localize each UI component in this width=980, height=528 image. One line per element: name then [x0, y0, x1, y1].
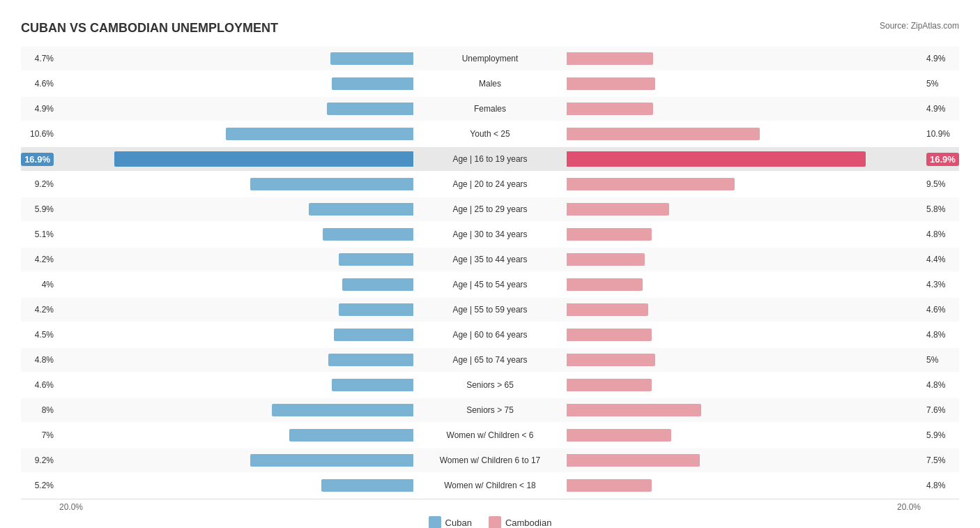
left-value: 5.2%: [21, 481, 59, 490]
chart-area: 4.7% Unemployment 4.9% 4.6%: [21, 47, 959, 497]
left-bar-area: [59, 252, 413, 267]
left-value: 4.8%: [21, 355, 59, 365]
row-label: Age | 65 to 74 years: [413, 355, 567, 365]
x-label-left: 20.0%: [59, 502, 83, 512]
chart-row: 9.2% Women w/ Children 6 to 17 7.5%: [21, 448, 959, 472]
left-bar-area: [59, 352, 413, 368]
row-label: Age | 16 to 19 years: [413, 154, 567, 164]
bar-blue: [250, 178, 413, 190]
bar-pink: [567, 404, 701, 416]
right-value: 5%: [921, 355, 959, 365]
bar-pink: [567, 354, 655, 366]
left-bar-area: [59, 51, 413, 66]
left-bar-area: [59, 151, 413, 167]
left-bar-area: [59, 202, 413, 217]
bar-center: Males: [59, 72, 921, 96]
chart-row: 7% Women w/ Children < 6 5.9%: [21, 423, 959, 447]
chart-source: Source: ZipAtlas.com: [880, 21, 959, 31]
bar-blue: [114, 151, 413, 167]
bar-blue: [332, 379, 413, 391]
bar-pink: [567, 429, 671, 442]
chart-row: 5.1% Age | 30 to 34 years 4.8%: [21, 222, 959, 246]
chart-row: 8% Seniors > 75 7.6%: [21, 398, 959, 422]
bar-center: Age | 55 to 59 years: [59, 298, 921, 322]
left-value: 4.2%: [21, 305, 59, 315]
bar-pink: [567, 228, 652, 241]
chart-row: 4.6% Males 5%: [21, 72, 959, 96]
right-bar-area: [567, 402, 921, 418]
bar-pink: [567, 379, 652, 391]
bar-blue: [321, 479, 413, 492]
bar-pink: [567, 303, 648, 316]
chart-row: 4.7% Unemployment 4.9%: [21, 47, 959, 70]
left-value: 4.2%: [21, 255, 59, 264]
right-value: 4.8%: [921, 380, 959, 390]
chart-row: 4.2% Age | 35 to 44 years 4.4%: [21, 248, 959, 271]
right-bar-area: [567, 252, 921, 267]
x-label-right: 20.0%: [897, 502, 921, 512]
bar-blue: [272, 404, 413, 416]
chart-title: CUBAN VS CAMBODIAN UNEMPLOYMENT: [21, 21, 278, 36]
right-value: 5.8%: [921, 204, 959, 214]
bar-blue: [250, 454, 413, 467]
chart-row: 5.2% Women w/ Children < 18 4.8%: [21, 474, 959, 497]
right-value: 4.8%: [921, 229, 959, 239]
left-value: 4.9%: [21, 104, 59, 114]
bar-center: Unemployment: [59, 47, 921, 70]
left-value: 7%: [21, 430, 59, 440]
chart-row: 4.9% Females 4.9%: [21, 97, 959, 121]
row-label: Females: [413, 104, 567, 114]
chart-row: 4.5% Age | 60 to 64 years 4.8%: [21, 323, 959, 347]
left-value: 9.2%: [21, 455, 59, 465]
legend-color-cambodian: [489, 516, 501, 528]
right-value: 10.9%: [921, 129, 959, 139]
bar-center: Age | 16 to 19 years: [59, 147, 921, 171]
left-bar-area: [59, 76, 413, 91]
left-bar-area: [59, 227, 413, 242]
right-bar-area: [567, 126, 921, 142]
chart-row: 4.6% Seniors > 65 4.8%: [21, 373, 959, 397]
right-bar-area: [567, 478, 921, 493]
left-value: 9.2%: [21, 179, 59, 189]
right-bar-area: [567, 227, 921, 242]
bar-center: Age | 60 to 64 years: [59, 323, 921, 347]
right-value: 16.9%: [921, 154, 959, 165]
bar-blue: [334, 329, 413, 341]
bar-center: Youth < 25: [59, 122, 921, 146]
bar-center: Women w/ Children < 18: [59, 474, 921, 497]
bar-center: Age | 25 to 29 years: [59, 197, 921, 221]
bar-blue: [289, 429, 413, 442]
right-bar-area: [567, 76, 921, 91]
chart-row: 10.6% Youth < 25 10.9%: [21, 122, 959, 146]
right-bar-area: [567, 352, 921, 368]
bar-pink: [567, 329, 652, 341]
legend-item-cuban: Cuban: [429, 516, 472, 528]
right-bar-area: [567, 377, 921, 393]
right-value: 4.8%: [921, 481, 959, 490]
bar-center: Females: [59, 97, 921, 121]
chart-container: CUBAN VS CAMBODIAN UNEMPLOYMENT Source: …: [21, 14, 959, 528]
right-bar-area: [567, 453, 921, 468]
bar-pink: [567, 203, 669, 216]
bar-pink: [567, 52, 653, 65]
legend-color-cuban: [429, 516, 441, 528]
right-value: 7.6%: [921, 405, 959, 415]
bar-center: Age | 30 to 34 years: [59, 222, 921, 246]
right-bar-area: [567, 51, 921, 66]
bar-blue: [332, 77, 413, 90]
chart-row: 4.8% Age | 65 to 74 years 5%: [21, 348, 959, 372]
left-value: 16.9%: [21, 154, 59, 165]
bar-center: Age | 65 to 74 years: [59, 348, 921, 372]
bar-blue: [339, 303, 413, 316]
row-label: Age | 25 to 29 years: [413, 204, 567, 214]
row-label: Age | 45 to 54 years: [413, 280, 567, 289]
bar-blue: [226, 128, 413, 140]
bar-blue: [330, 52, 413, 65]
row-label: Age | 55 to 59 years: [413, 305, 567, 315]
right-value: 4.4%: [921, 255, 959, 264]
right-bar-area: [567, 277, 921, 292]
left-value: 10.6%: [21, 129, 59, 139]
right-value: 7.5%: [921, 455, 959, 465]
left-bar-area: [59, 478, 413, 493]
left-value: 5.9%: [21, 204, 59, 214]
